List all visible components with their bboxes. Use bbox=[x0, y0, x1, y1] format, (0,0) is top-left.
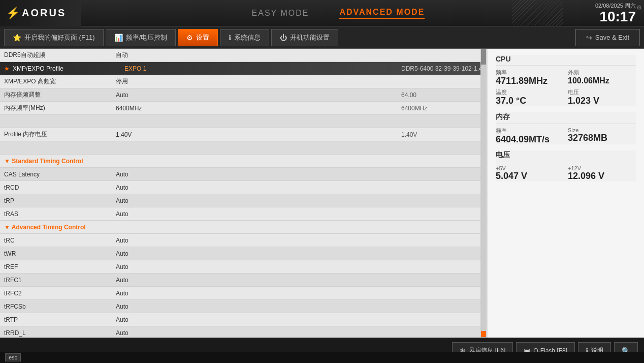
advanced-mode-label[interactable]: ADVANCED MODE bbox=[339, 8, 425, 19]
boot-icon: ⏻ bbox=[280, 34, 287, 42]
table-row[interactable]: tRFCSbAuto bbox=[0, 300, 487, 313]
row-value2-label: 64.00 bbox=[401, 92, 482, 99]
row-name-label: tRTP bbox=[4, 316, 116, 323]
table-row[interactable]: 内存倍频调整Auto64.00 bbox=[0, 88, 487, 102]
preferences-icon: ⭐ bbox=[13, 34, 21, 42]
table-row[interactable]: CAS LatencyAuto bbox=[0, 168, 487, 181]
cpu-freq-label-cell: 频率 4711.89MHz bbox=[496, 69, 564, 86]
table-row[interactable]: tRFC1Auto bbox=[0, 274, 487, 287]
table-row[interactable]: tRPAuto bbox=[0, 194, 487, 207]
esc-bar: esc bbox=[0, 352, 644, 363]
row-name-label: Profile 内存电压 bbox=[4, 130, 116, 139]
row-value2-label: 1.40V bbox=[401, 131, 482, 138]
left-panel: DDR5自动超频自动★XMP/EXPO ProfileEXPO 1DDR5-64… bbox=[0, 49, 487, 338]
table-row[interactable]: ★XMP/EXPO ProfileEXPO 1DDR5-6400 32-39-3… bbox=[0, 62, 487, 75]
row-name-label: tRC bbox=[4, 237, 116, 244]
row-value-label: 停用 bbox=[116, 77, 482, 86]
easy-mode-label[interactable]: EASY MODE bbox=[252, 9, 309, 18]
volt-12v-cell: +12V 12.096 V bbox=[568, 165, 636, 182]
row-name-label: 内存频率(MHz) bbox=[4, 104, 116, 112]
table-row[interactable]: tRFC2Auto bbox=[0, 287, 487, 300]
cpu-extfreq-cell: 外频 100.06MHz bbox=[568, 69, 636, 86]
nav-btn-sysinfo-label: 系统信息 bbox=[234, 33, 261, 42]
row-value-label: Auto bbox=[116, 263, 482, 270]
table-row[interactable]: XMP/EXPO 高频宽停用 bbox=[0, 75, 487, 88]
cpu-extfreq-value: 100.06MHz bbox=[568, 76, 636, 85]
top-bar: ⚡ AORUS EASY MODE ADVANCED MODE 02/08/20… bbox=[0, 0, 644, 26]
voltage-section: 电压 +5V 5.047 V +12V 12.096 V bbox=[496, 150, 636, 182]
table-row[interactable]: tRTPAuto bbox=[0, 313, 487, 326]
logo-area: ⚡ AORUS bbox=[0, 0, 81, 26]
table-row[interactable] bbox=[0, 115, 487, 128]
datetime-area: 02/08/2025 周六 10:17 ⚙ bbox=[595, 2, 644, 24]
table-row[interactable]: tREFAuto bbox=[0, 260, 487, 274]
nav-btn-preferences-label: 开启我的偏好页面 (F11) bbox=[24, 33, 95, 42]
nav-btn-settings[interactable]: ⚙ 设置 bbox=[178, 29, 218, 46]
save-exit-button[interactable]: ↪ Save & Exit bbox=[575, 29, 640, 46]
voltage-title: 电压 bbox=[496, 150, 636, 162]
row-name-label: tRRD_L bbox=[4, 329, 116, 337]
row-value-label: Auto bbox=[116, 250, 482, 257]
scrollbar-bottom-arrow[interactable] bbox=[481, 331, 486, 337]
right-panel: CPU 频率 4711.89MHz 外频 100.06MHz 温度 37.0 °… bbox=[487, 49, 644, 338]
table-row[interactable] bbox=[0, 141, 487, 155]
cpu-freq-label: 频率 bbox=[496, 69, 564, 76]
row-value2-label: 6400MHz bbox=[401, 105, 482, 112]
table-row[interactable]: tWRAuto bbox=[0, 247, 487, 260]
esc-key[interactable]: esc bbox=[5, 353, 21, 361]
row-name-label: DDR5自动超频 bbox=[4, 51, 116, 59]
nav-bar: ⭐ 开启我的偏好页面 (F11) 📊 频率/电压控制 ⚙ 设置 ℹ 系统信息 ⏻… bbox=[0, 26, 644, 49]
table-row[interactable]: tRRD_LAuto bbox=[0, 326, 487, 338]
cpu-extfreq-label: 外频 bbox=[568, 69, 636, 76]
logo-text: AORUS bbox=[22, 7, 66, 19]
scrollbar[interactable] bbox=[480, 49, 487, 338]
table-row[interactable]: Profile 内存电压1.40V1.40V bbox=[0, 128, 487, 141]
mem-freq-cell: 频率 6404.09MT/s bbox=[496, 127, 564, 145]
row-name-label: tRFC1 bbox=[4, 277, 116, 284]
nav-btn-boot-label: 开机功能设置 bbox=[290, 33, 330, 42]
settings-top-icon[interactable]: ⚙ bbox=[636, 4, 642, 11]
table-row[interactable]: ▼ Standard Timing Control bbox=[0, 155, 487, 168]
cpu-freq-value: 4711.89MHz bbox=[496, 76, 564, 86]
settings-icon: ⚙ bbox=[186, 34, 193, 42]
volt-5v-value: 5.047 V bbox=[496, 171, 564, 182]
row-value-label: Auto bbox=[116, 290, 482, 297]
table-row[interactable]: DDR5自动超频自动 bbox=[0, 49, 487, 62]
table-row[interactable]: ▼ Advanced Timing Control bbox=[0, 221, 487, 234]
row-name-label: tREF bbox=[4, 263, 116, 270]
row-value-label: Auto bbox=[116, 171, 482, 178]
cpu-temp-label: 温度 bbox=[496, 88, 564, 96]
time-display: 10:17 bbox=[599, 10, 636, 24]
cpu-volt-cell: 电压 1.023 V bbox=[568, 88, 636, 106]
nav-btn-preferences[interactable]: ⭐ 开启我的偏好页面 (F11) bbox=[4, 29, 104, 46]
volt-12v-value: 12.096 V bbox=[568, 171, 636, 182]
row-name-label: XMP/EXPO 高频宽 bbox=[4, 77, 116, 86]
row-value-label: Auto bbox=[116, 197, 482, 204]
row-value-label: Auto bbox=[116, 184, 482, 191]
scrollbar-thumb[interactable] bbox=[481, 49, 486, 65]
memory-title: 内存 bbox=[496, 112, 636, 124]
row-name-label: tRCD bbox=[4, 184, 116, 191]
row-value-label: EXPO 1 bbox=[124, 65, 401, 72]
row-value-label: Auto bbox=[116, 303, 482, 310]
save-exit-icon: ↪ bbox=[586, 34, 592, 42]
freq-icon: 📊 bbox=[114, 34, 123, 42]
logo-icon: ⚡ bbox=[6, 7, 20, 20]
table-row[interactable]: tRASAuto bbox=[0, 207, 487, 221]
settings-table: DDR5自动超频自动★XMP/EXPO ProfileEXPO 1DDR5-64… bbox=[0, 49, 487, 338]
row-value-label: Auto bbox=[116, 277, 482, 284]
table-row[interactable]: tRCAuto bbox=[0, 234, 487, 247]
row-name-label: tRAS bbox=[4, 210, 116, 218]
row-value-label: Auto bbox=[116, 92, 401, 99]
mem-size-label: Size bbox=[568, 127, 636, 133]
nav-btn-settings-label: 设置 bbox=[196, 33, 209, 42]
table-row[interactable]: tRCDAuto bbox=[0, 181, 487, 194]
nav-btn-sysinfo[interactable]: ℹ 系统信息 bbox=[220, 29, 269, 46]
row-value-label: 自动 bbox=[116, 51, 482, 59]
table-row[interactable]: 内存频率(MHz)6400MHz6400MHz bbox=[0, 102, 487, 115]
row-name-label: tRP bbox=[4, 197, 116, 204]
mem-size-cell: Size 32768MB bbox=[568, 127, 636, 145]
nav-btn-freq-volt[interactable]: 📊 频率/电压控制 bbox=[106, 29, 176, 46]
cpu-info-grid: 频率 4711.89MHz 外频 100.06MHz 温度 37.0 °C 电压… bbox=[496, 69, 636, 106]
nav-btn-boot[interactable]: ⏻ 开机功能设置 bbox=[271, 29, 338, 46]
